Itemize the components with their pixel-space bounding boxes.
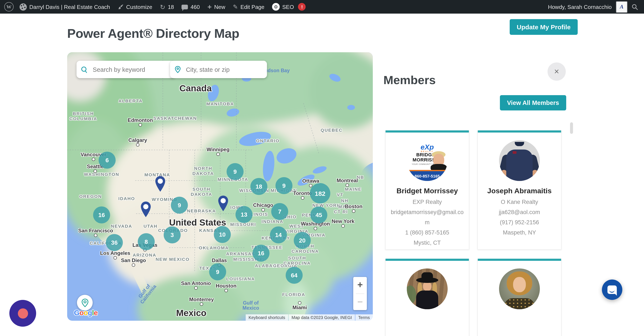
- comments-menu[interactable]: 460: [182, 3, 200, 10]
- member-photo: [499, 140, 540, 181]
- close-panel-button[interactable]: ×: [548, 62, 566, 81]
- map-cluster-marker[interactable]: 36: [106, 234, 123, 251]
- city-dot-icon: [92, 158, 95, 161]
- seo-notification-badge: !: [298, 3, 306, 11]
- member-name: Bridget Morrissey: [396, 187, 458, 195]
- member-phone: 1 (860) 857-5165: [390, 228, 464, 238]
- member-company: EXP Realty: [390, 197, 464, 207]
- comments-icon: [182, 4, 188, 9]
- map-cluster-marker[interactable]: 20: [294, 232, 311, 249]
- map-cluster-marker[interactable]: 16: [93, 206, 110, 223]
- map-cluster-marker[interactable]: 64: [286, 267, 303, 284]
- updates-menu[interactable]: ↻ 18: [160, 3, 174, 10]
- city-dot-icon: [314, 227, 317, 230]
- city-dot-icon: [132, 263, 135, 267]
- site-menu[interactable]: Darryl Davis | Real Estate Coach: [20, 3, 110, 10]
- member-name: Joseph Abramaitis: [487, 187, 552, 195]
- view-all-members-button[interactable]: View All Members: [500, 95, 566, 110]
- city-dot-icon: [114, 256, 117, 260]
- edit-page-menu[interactable]: ✎ Edit Page: [233, 3, 264, 10]
- map-cluster-marker[interactable]: 6: [98, 152, 116, 169]
- map-cluster-marker[interactable]: 9: [226, 163, 244, 180]
- city-dot-icon: [136, 143, 140, 147]
- admin-bar-left: W Darryl Davis | Real Estate Coach Custo…: [0, 2, 314, 11]
- map-data-text: Map data ©2023 Google, INEGI: [289, 314, 355, 321]
- zoom-out-button[interactable]: −: [353, 294, 367, 310]
- seo-plugin-icon: ⚙: [272, 3, 280, 11]
- map-cluster-marker[interactable]: 9: [209, 263, 226, 280]
- keyword-search-input[interactable]: [92, 66, 171, 73]
- comments-count: 460: [191, 3, 200, 10]
- city-dot-icon: [346, 184, 349, 187]
- map-cluster-marker[interactable]: 45: [310, 206, 327, 223]
- google-logo-letter: g: [88, 309, 92, 317]
- seo-label: SEO: [282, 3, 294, 10]
- pin-icon: [140, 201, 152, 218]
- city-dot-icon: [341, 224, 345, 228]
- city-dot-icon: [298, 301, 302, 305]
- customize-menu[interactable]: Customize: [118, 3, 152, 10]
- location-pin-icon: [174, 65, 181, 74]
- map-cluster-marker[interactable]: 10: [214, 226, 231, 243]
- member-company: O Kane Realty: [482, 197, 556, 207]
- members-panel-title: Members: [384, 73, 436, 87]
- map-cluster-marker[interactable]: 9: [276, 177, 292, 194]
- directory-map-canvas[interactable]: CanadaUnited StatesMexicoBRITISH COLUMBI…: [67, 52, 373, 321]
- google-logo-letter: e: [94, 309, 98, 317]
- map-cluster-marker[interactable]: 13: [236, 206, 252, 223]
- city-dot-icon: [94, 169, 97, 173]
- customize-label: Customize: [126, 3, 152, 10]
- admin-bar-right: Howdy, Sarah Cornacchio A: [548, 1, 644, 12]
- paintbrush-icon: [118, 4, 124, 10]
- map-cluster-marker[interactable]: 182: [310, 183, 330, 203]
- seo-menu[interactable]: ⚙ SEO !: [272, 3, 306, 11]
- zoom-in-button[interactable]: +: [353, 277, 367, 293]
- member-photo: [407, 269, 448, 309]
- city-dot-icon: [224, 289, 228, 292]
- site-name: Darryl Davis | Real Estate Coach: [29, 3, 110, 10]
- pencil-icon: ✎: [233, 3, 238, 10]
- map-cluster-marker[interactable]: 3: [164, 226, 181, 243]
- my-location-button[interactable]: [77, 295, 93, 311]
- member-photo: [499, 269, 540, 309]
- keyword-search-icon: [81, 65, 88, 74]
- map-pin-marker[interactable]: [218, 195, 229, 213]
- update-profile-button[interactable]: Update My Profile: [510, 19, 578, 35]
- map-attribution: Keyboard shortcuts Map data ©2023 Google…: [246, 314, 373, 321]
- search-icon[interactable]: [632, 3, 638, 10]
- map-pin-marker[interactable]: [154, 176, 166, 194]
- location-pin-icon: [80, 298, 89, 307]
- map-cluster-marker[interactable]: 16: [252, 245, 270, 262]
- map-cluster-marker[interactable]: 8: [138, 233, 155, 250]
- google-logo[interactable]: Google: [74, 309, 98, 317]
- map-cluster-marker[interactable]: 14: [270, 226, 287, 243]
- page-root: W Darryl Davis | Real Estate Coach Custo…: [0, 0, 644, 336]
- map-cluster-marker[interactable]: 18: [250, 178, 268, 195]
- new-content-menu[interactable]: + New: [208, 3, 225, 10]
- member-card[interactable]: [385, 259, 469, 336]
- chat-launcher-button[interactable]: [602, 280, 622, 300]
- howdy-account-menu[interactable]: Howdy, Sarah Cornacchio: [548, 3, 612, 10]
- location-search-input[interactable]: [185, 66, 263, 73]
- wordpress-logo-icon[interactable]: W: [4, 2, 14, 11]
- recorder-widget-button[interactable]: [9, 300, 36, 327]
- keyboard-shortcuts-link[interactable]: Keyboard shortcuts: [246, 314, 288, 321]
- updates-icon: ↻: [160, 3, 165, 10]
- city-dot-icon: [301, 196, 304, 200]
- map-zoom-control: + −: [353, 277, 367, 310]
- pin-icon: [218, 195, 229, 212]
- terms-link[interactable]: Terms: [355, 314, 373, 321]
- pin-icon: [154, 176, 166, 192]
- map-pin-marker[interactable]: [140, 201, 152, 219]
- google-logo-letter: l: [92, 309, 94, 317]
- member-card[interactable]: Joseph AbramaitisO Kane Realtyjja628@aol…: [477, 130, 562, 250]
- member-card[interactable]: [477, 259, 562, 336]
- city-dot-icon: [200, 303, 203, 306]
- map-cluster-marker[interactable]: 9: [171, 197, 188, 214]
- record-dot-icon: [18, 308, 28, 318]
- member-card[interactable]: eXpREALTYBRIDGETMORRISSEYYOUR COMMUNITY …: [385, 130, 469, 250]
- map-cluster-marker[interactable]: 7: [271, 203, 288, 220]
- card-accent-bar: [386, 259, 469, 261]
- member-cards-grid: eXpREALTYBRIDGETMORRISSEYYOUR COMMUNITY …: [385, 130, 572, 336]
- user-avatar[interactable]: A: [616, 1, 628, 12]
